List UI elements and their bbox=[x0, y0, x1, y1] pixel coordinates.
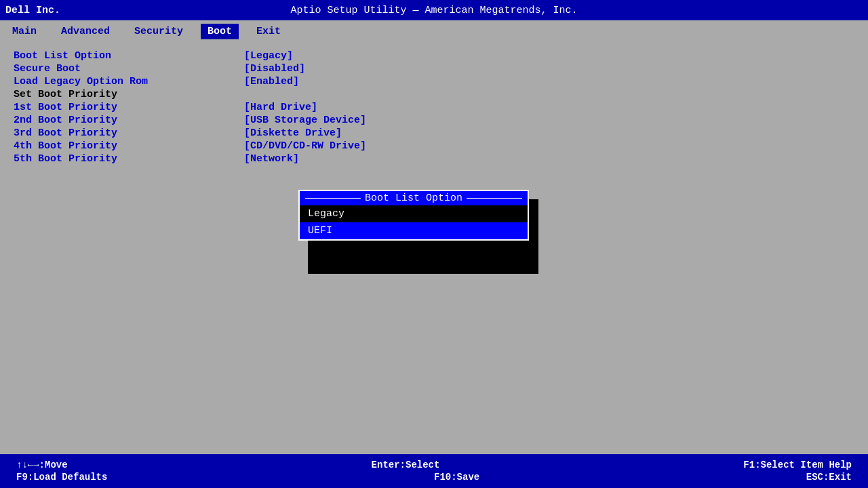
dropdown-options: LegacyUEFI bbox=[300, 205, 528, 239]
dropdown-option-legacy[interactable]: Legacy bbox=[300, 205, 528, 222]
menu-item-advanced[interactable]: Advanced bbox=[54, 24, 117, 39]
menu-item-main[interactable]: Main bbox=[5, 24, 43, 39]
hint-center: Enter:Select bbox=[372, 460, 440, 470]
bios-label: Set Boot Priority bbox=[14, 89, 244, 100]
bios-row: Set Boot Priority bbox=[14, 89, 854, 100]
bios-row: Boot List Option[Legacy] bbox=[14, 50, 854, 62]
bios-label[interactable]: 1st Boot Priority bbox=[14, 102, 244, 113]
bios-label[interactable]: Secure Boot bbox=[14, 63, 244, 75]
vendor-name: Dell Inc. bbox=[5, 5, 60, 16]
bios-row: 4th Boot Priority[CD/DVD/CD-RW Drive] bbox=[14, 140, 854, 152]
bios-label[interactable]: Boot List Option bbox=[14, 50, 244, 62]
dropdown-title-text: Boot List Option bbox=[365, 192, 462, 204]
bios-value: [Diskette Drive] bbox=[244, 127, 342, 139]
menu-bar: MainAdvancedSecurityBootExit bbox=[0, 20, 868, 42]
bios-label[interactable]: 4th Boot Priority bbox=[14, 140, 244, 152]
dropdown-title-line-left bbox=[305, 198, 361, 199]
bottom-hints-row: ↑↓←→:MoveEnter:SelectF1:Select Item Help… bbox=[11, 460, 857, 483]
dropdown-box[interactable]: Boot List Option LegacyUEFI bbox=[298, 190, 529, 241]
bios-value: [Hard Drive] bbox=[244, 102, 317, 113]
bottom-bar: ↑↓←→:MoveEnter:SelectF1:Select Item Help… bbox=[0, 454, 868, 488]
bios-row: 1st Boot Priority[Hard Drive] bbox=[14, 102, 854, 113]
bios-value: [CD/DVD/CD-RW Drive] bbox=[244, 140, 366, 152]
hint-right: ESC:Exit bbox=[806, 472, 852, 483]
bios-value: [Enabled] bbox=[244, 76, 299, 87]
utility-title: Aptio Setup Utility — American Megatrend… bbox=[290, 5, 577, 16]
dropdown-option-uefi[interactable]: UEFI bbox=[300, 222, 528, 239]
top-bar: Dell Inc. Aptio Setup Utility — American… bbox=[0, 0, 868, 20]
bios-label[interactable]: 5th Boot Priority bbox=[14, 153, 244, 165]
menu-item-security[interactable]: Security bbox=[127, 24, 190, 39]
bios-label[interactable]: 2nd Boot Priority bbox=[14, 115, 244, 126]
bios-row: Load Legacy Option Rom[Enabled] bbox=[14, 76, 854, 87]
bios-value: [Legacy] bbox=[244, 50, 293, 62]
bios-label[interactable]: Load Legacy Option Rom bbox=[14, 76, 244, 87]
bios-row: 3rd Boot Priority[Diskette Drive] bbox=[14, 127, 854, 139]
hint-right: F1:Select Item Help bbox=[743, 460, 852, 470]
dropdown-title-bar: Boot List Option bbox=[300, 191, 528, 205]
hint-center: F10:Save bbox=[434, 472, 479, 483]
bios-row: Secure Boot[Disabled] bbox=[14, 63, 854, 75]
bios-value: [Network] bbox=[244, 153, 299, 165]
hints-line: ↑↓←→:MoveEnter:SelectF1:Select Item Help bbox=[11, 460, 857, 470]
bios-value: [USB Storage Device] bbox=[244, 115, 366, 126]
menu-item-boot[interactable]: Boot bbox=[201, 24, 239, 39]
dropdown-overlay: Boot List Option LegacyUEFI bbox=[298, 190, 529, 241]
dropdown-title-line-right bbox=[467, 198, 522, 199]
hint-left: ↑↓←→:Move bbox=[16, 460, 68, 470]
menu-item-exit[interactable]: Exit bbox=[250, 24, 288, 39]
hint-left: F9:Load Defaults bbox=[16, 472, 107, 483]
bios-row: 2nd Boot Priority[USB Storage Device] bbox=[14, 115, 854, 126]
bios-row: 5th Boot Priority[Network] bbox=[14, 153, 854, 165]
hints-line: F9:Load DefaultsF10:SaveESC:Exit bbox=[11, 472, 857, 483]
bios-value: [Disabled] bbox=[244, 63, 305, 75]
bios-label[interactable]: 3rd Boot Priority bbox=[14, 127, 244, 139]
